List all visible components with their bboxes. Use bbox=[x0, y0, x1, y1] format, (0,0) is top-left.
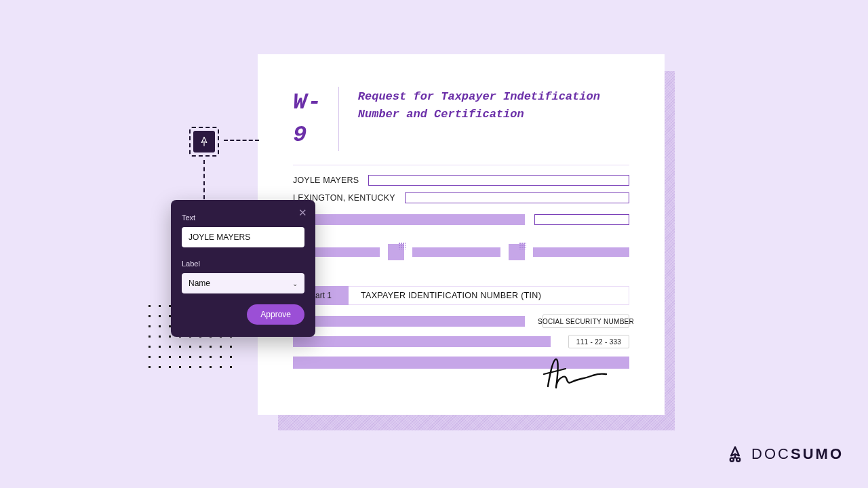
form-title: Request for Taxpayer Indetification Numb… bbox=[358, 87, 629, 124]
checkbox-placeholder bbox=[509, 244, 525, 260]
annotation-popover: ✕ Text Label Name ⌄ Approve bbox=[171, 200, 315, 337]
chevron-down-icon: ⌄ bbox=[292, 280, 298, 287]
text-input[interactable] bbox=[182, 227, 304, 247]
connector-horizontal bbox=[224, 140, 259, 141]
approve-button[interactable]: Approve bbox=[247, 304, 304, 325]
placeholder-bar bbox=[533, 247, 629, 257]
document-header: W-9 Request for Taxpayer Indetification … bbox=[293, 87, 629, 165]
tin-row: Part 1 TAXPAYER IDENTIFICATION NUMBER (T… bbox=[293, 286, 629, 305]
ssn-label: SOCIAL SECURITY NUMBER bbox=[542, 314, 629, 328]
connector-vertical bbox=[203, 160, 205, 199]
ssn-value-row: 111 - 22 - 333 bbox=[293, 335, 629, 348]
brand-icon bbox=[726, 445, 745, 464]
signature bbox=[542, 354, 624, 394]
checkbox-placeholder bbox=[388, 244, 404, 260]
name-input-outline bbox=[368, 175, 629, 186]
pen-icon bbox=[193, 131, 215, 152]
close-icon[interactable]: ✕ bbox=[296, 207, 309, 219]
placeholder-bar bbox=[293, 214, 525, 225]
placeholder-outline bbox=[534, 214, 629, 225]
label-field-label: Label bbox=[182, 260, 304, 268]
annotation-anchor bbox=[189, 127, 219, 157]
ssn-value: 111 - 22 - 333 bbox=[568, 335, 629, 348]
label-select-value: Name bbox=[189, 279, 210, 288]
tin-title: TAXPAYER IDENTIFICATION NUMBER (TIN) bbox=[349, 286, 629, 305]
location-input-outline bbox=[405, 192, 629, 203]
placeholder-bar bbox=[293, 336, 551, 347]
form-code: W-9 bbox=[293, 87, 339, 151]
name-value: JOYLE MAYERS bbox=[293, 176, 359, 185]
placeholder-bar bbox=[412, 247, 500, 257]
text-field-label: Text bbox=[182, 214, 304, 222]
brand-text-bold: SUMO bbox=[791, 445, 844, 462]
bar-row-1 bbox=[293, 214, 629, 225]
label-select[interactable]: Name ⌄ bbox=[182, 273, 304, 293]
placeholder-bar bbox=[293, 316, 525, 327]
brand-text-thin: DOC bbox=[751, 445, 791, 462]
location-row: LEXINGTON, KENTUCKY bbox=[293, 192, 629, 203]
name-row: JOYLE MAYERS bbox=[293, 175, 629, 186]
brand-logo: DOCSUMO bbox=[726, 445, 844, 464]
document-card: W-9 Request for Taxpayer Indetification … bbox=[258, 54, 665, 415]
ssn-row: SOCIAL SECURITY NUMBER bbox=[293, 314, 629, 328]
checkbox-row bbox=[293, 244, 629, 260]
